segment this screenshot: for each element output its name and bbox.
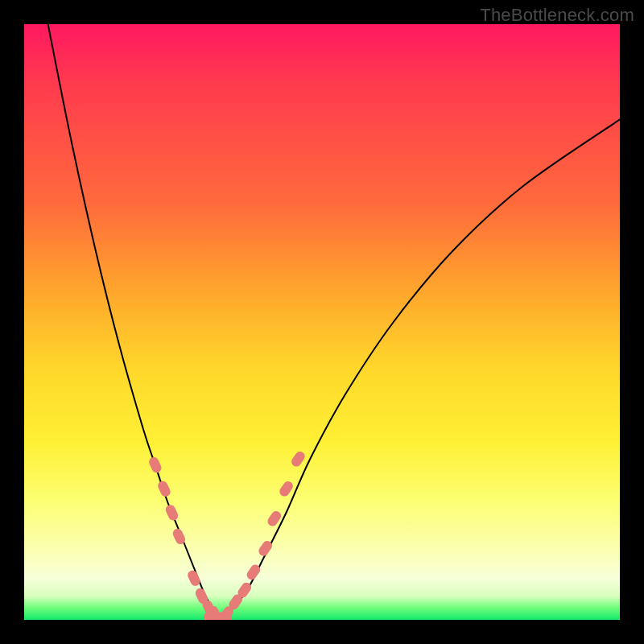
curve-dot [290,450,307,469]
curve-dot [186,569,201,588]
curve-dot [278,480,295,498]
left-curve [48,24,221,617]
plot-area [24,24,620,620]
chart-frame: TheBottleneck.com [0,0,644,644]
watermark-text: TheBottleneck.com [480,5,634,26]
right-curve [221,119,620,617]
curve-layer [24,24,620,620]
curve-dot [156,480,171,498]
curve-dot [147,456,163,474]
curve-dot [164,503,180,522]
curve-dot [216,612,232,620]
dots-group [147,450,307,620]
